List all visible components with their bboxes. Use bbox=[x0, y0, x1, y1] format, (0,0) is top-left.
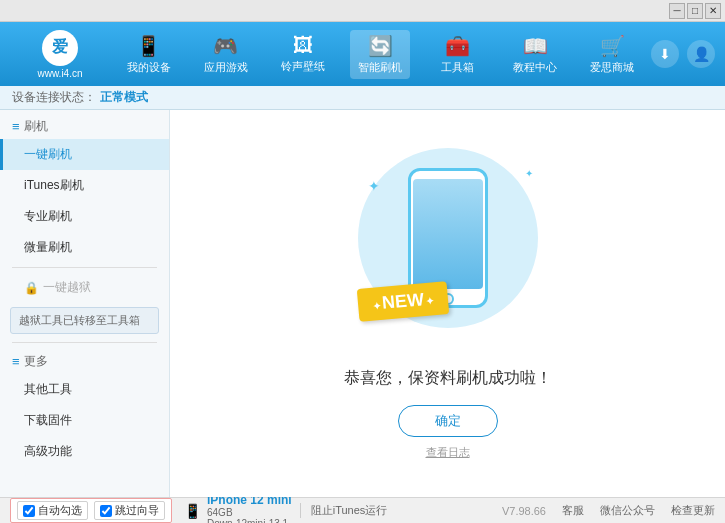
itunes-flash-label: iTunes刷机 bbox=[24, 178, 84, 192]
nav-tutorial-label: 教程中心 bbox=[513, 60, 557, 75]
lock-icon: 🔒 bbox=[24, 281, 39, 295]
maximize-button[interactable]: □ bbox=[687, 3, 703, 19]
logo-area: 爱 www.i4.cn bbox=[10, 30, 110, 79]
micro-flash-label: 微量刷机 bbox=[24, 240, 72, 254]
sidebar-flash-header: ≡ 刷机 bbox=[0, 110, 169, 139]
bottom-bar: 自动勾选 跳过向导 📱 iPhone 12 mini 64GB Down-12m… bbox=[0, 497, 725, 523]
wechat-link[interactable]: 微信公众号 bbox=[600, 503, 655, 518]
more-section-label: 更多 bbox=[24, 353, 48, 370]
nav-apps-games[interactable]: 🎮 应用游戏 bbox=[196, 30, 256, 79]
sidebar-item-itunes-flash[interactable]: iTunes刷机 bbox=[0, 170, 169, 201]
device-firmware: Down-12mini-13,1 bbox=[207, 518, 292, 524]
main-area: ≡ 刷机 一键刷机 iTunes刷机 专业刷机 微量刷机 🔒 一键越狱 越狱工具… bbox=[0, 110, 725, 497]
device-storage: 64GB bbox=[207, 507, 292, 518]
nav-toolbox[interactable]: 🧰 工具箱 bbox=[428, 30, 488, 79]
version-text: V7.98.66 bbox=[502, 505, 546, 517]
show-today-link[interactable]: 查看日志 bbox=[426, 445, 470, 460]
download-button[interactable]: ⬇ bbox=[651, 40, 679, 68]
main-content: ✦ ✦ NEW 恭喜您，保资料刷机成功啦！ 确定 查看日志 bbox=[170, 110, 725, 497]
confirm-button[interactable]: 确定 bbox=[398, 405, 498, 437]
nav-fans-city[interactable]: 🛒 爱思商城 bbox=[582, 30, 642, 79]
skip-wizard-checkbox[interactable] bbox=[100, 505, 112, 517]
fans-city-icon: 🛒 bbox=[600, 34, 625, 58]
jailbreak-label: 一键越狱 bbox=[43, 279, 91, 296]
download-firmware-label: 下载固件 bbox=[24, 413, 72, 427]
sidebar-item-one-key-flash[interactable]: 一键刷机 bbox=[0, 139, 169, 170]
customer-service-link[interactable]: 客服 bbox=[562, 503, 584, 518]
nav-toolbox-label: 工具箱 bbox=[441, 60, 474, 75]
flash-section-icon: ≡ bbox=[12, 119, 20, 134]
logo-site: www.i4.cn bbox=[37, 68, 82, 79]
nav-my-device[interactable]: 📱 我的设备 bbox=[119, 30, 179, 79]
sidebar-divider-2 bbox=[12, 342, 157, 343]
device-info: 📱 iPhone 12 mini 64GB Down-12mini-13,1 bbox=[184, 493, 292, 524]
more-section-icon: ≡ bbox=[12, 354, 20, 369]
success-message: 恭喜您，保资料刷机成功啦！ bbox=[344, 368, 552, 389]
nav-smart-flash[interactable]: 🔄 智能刷机 bbox=[350, 30, 410, 79]
nav-my-device-label: 我的设备 bbox=[127, 60, 171, 75]
toolbox-icon: 🧰 bbox=[445, 34, 470, 58]
sparkle-icon-tr: ✦ bbox=[525, 168, 533, 179]
nav-ringtone-label: 铃声壁纸 bbox=[281, 59, 325, 74]
nav-fans-city-label: 爱思商城 bbox=[590, 60, 634, 75]
advanced-label: 高级功能 bbox=[24, 444, 72, 458]
other-tools-label: 其他工具 bbox=[24, 382, 72, 396]
phone-screen bbox=[413, 179, 483, 289]
nav-items: 📱 我的设备 🎮 应用游戏 🖼 铃声壁纸 🔄 智能刷机 🧰 工具箱 📖 教程中心… bbox=[110, 30, 651, 79]
device-icon: 📱 bbox=[184, 503, 201, 519]
sidebar-item-advanced[interactable]: 高级功能 bbox=[0, 436, 169, 467]
close-button[interactable]: ✕ bbox=[705, 3, 721, 19]
auto-connect-checkbox[interactable] bbox=[23, 505, 35, 517]
jailbreak-info-text: 越狱工具已转移至工具箱 bbox=[19, 314, 140, 326]
auto-connect-label: 自动勾选 bbox=[38, 503, 82, 518]
title-bar: ─ □ ✕ bbox=[0, 0, 725, 22]
sidebar-item-other-tools[interactable]: 其他工具 bbox=[0, 374, 169, 405]
device-details: iPhone 12 mini 64GB Down-12mini-13,1 bbox=[207, 493, 292, 524]
stop-itunes-button[interactable]: 阻止iTunes运行 bbox=[300, 503, 388, 518]
tutorial-icon: 📖 bbox=[523, 34, 548, 58]
sidebar-item-micro-flash[interactable]: 微量刷机 bbox=[0, 232, 169, 263]
check-update-link[interactable]: 检查更新 bbox=[671, 503, 715, 518]
sparkle-icon-tl: ✦ bbox=[368, 178, 380, 194]
flash-section-label: 刷机 bbox=[24, 118, 48, 135]
smart-flash-icon: 🔄 bbox=[368, 34, 393, 58]
sidebar-divider-1 bbox=[12, 267, 157, 268]
my-device-icon: 📱 bbox=[136, 34, 161, 58]
nav-apps-games-label: 应用游戏 bbox=[204, 60, 248, 75]
checkbox-section: 自动勾选 跳过向导 bbox=[10, 498, 172, 523]
sidebar-item-download-firmware[interactable]: 下载固件 bbox=[0, 405, 169, 436]
bottom-left: 自动勾选 跳过向导 📱 iPhone 12 mini 64GB Down-12m… bbox=[10, 493, 502, 524]
status-bar: 设备连接状态： 正常模式 bbox=[0, 86, 725, 110]
auto-connect-checkbox-label[interactable]: 自动勾选 bbox=[17, 501, 88, 520]
minimize-button[interactable]: ─ bbox=[669, 3, 685, 19]
status-value: 正常模式 bbox=[100, 89, 148, 106]
one-key-flash-label: 一键刷机 bbox=[24, 147, 72, 161]
pro-flash-label: 专业刷机 bbox=[24, 209, 72, 223]
sidebar-item-pro-flash[interactable]: 专业刷机 bbox=[0, 201, 169, 232]
nav-right: ⬇ 👤 bbox=[651, 40, 715, 68]
top-nav: 爱 www.i4.cn 📱 我的设备 🎮 应用游戏 🖼 铃声壁纸 🔄 智能刷机 … bbox=[0, 22, 725, 86]
sidebar-jailbreak-disabled: 🔒 一键越狱 bbox=[0, 272, 169, 303]
apps-games-icon: 🎮 bbox=[213, 34, 238, 58]
sidebar-jailbreak-info: 越狱工具已转移至工具箱 bbox=[10, 307, 159, 334]
bottom-right: V7.98.66 客服 微信公众号 检查更新 bbox=[502, 503, 715, 518]
nav-smart-flash-label: 智能刷机 bbox=[358, 60, 402, 75]
skip-wizard-checkbox-label[interactable]: 跳过向导 bbox=[94, 501, 165, 520]
nav-tutorial[interactable]: 📖 教程中心 bbox=[505, 30, 565, 79]
skip-wizard-label: 跳过向导 bbox=[115, 503, 159, 518]
status-label: 设备连接状态： bbox=[12, 89, 96, 106]
user-button[interactable]: 👤 bbox=[687, 40, 715, 68]
logo-icon: 爱 bbox=[42, 30, 78, 66]
phone-illustration: ✦ ✦ NEW bbox=[348, 148, 548, 348]
nav-ringtone[interactable]: 🖼 铃声壁纸 bbox=[273, 30, 333, 78]
sidebar-more-header: ≡ 更多 bbox=[0, 347, 169, 374]
new-badge: NEW bbox=[356, 281, 449, 322]
ringtone-icon: 🖼 bbox=[293, 34, 313, 57]
sidebar: ≡ 刷机 一键刷机 iTunes刷机 专业刷机 微量刷机 🔒 一键越狱 越狱工具… bbox=[0, 110, 170, 497]
